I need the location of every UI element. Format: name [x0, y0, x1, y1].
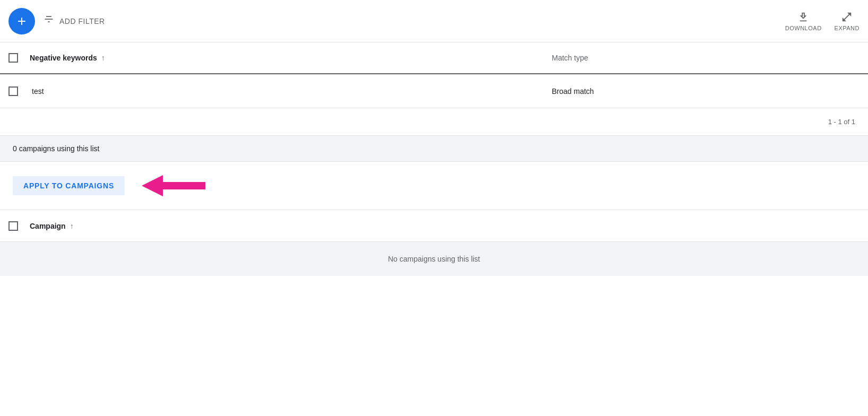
pink-arrow-icon — [142, 172, 205, 199]
expand-action[interactable]: EXPAND — [835, 11, 860, 31]
expand-label: EXPAND — [835, 25, 860, 31]
header-checkbox-cell[interactable] — [8, 53, 30, 63]
campaign-count-bar: 0 campaigns using this list — [0, 136, 868, 162]
keyword-column-header: Negative keywords ↑ — [30, 54, 541, 62]
download-action[interactable]: DOWNLOAD — [785, 11, 822, 31]
pagination-row: 1 - 1 of 1 — [0, 108, 868, 136]
arrow-container — [142, 172, 205, 199]
campaign-count-text: 0 campaigns using this list — [13, 144, 99, 153]
filter-icon — [44, 14, 54, 28]
keyword-col-label: Negative keywords — [30, 54, 97, 62]
add-button[interactable]: + — [8, 8, 35, 34]
toolbar-right: DOWNLOAD EXPAND — [785, 11, 860, 31]
apply-section: APPLY TO CAMPAIGNS — [0, 162, 868, 210]
keywords-table: Negative keywords ↑ Match type test Broa… — [0, 42, 868, 136]
download-icon — [797, 11, 809, 23]
campaign-header-checkbox-cell[interactable] — [8, 221, 30, 231]
expand-icon — [841, 11, 853, 23]
row-checkbox[interactable] — [8, 86, 18, 96]
keyword-cell: test — [30, 87, 541, 96]
select-all-checkbox[interactable] — [8, 53, 18, 63]
pagination-text: 1 - 1 of 1 — [828, 118, 855, 126]
match-type-cell: Broad match — [541, 87, 860, 96]
row-checkbox-cell[interactable] — [8, 86, 30, 96]
no-campaigns-text: No campaigns using this list — [388, 255, 480, 263]
campaign-select-all-checkbox[interactable] — [8, 221, 18, 231]
svg-marker-0 — [142, 175, 205, 196]
keyword-sort-arrow[interactable]: ↑ — [101, 54, 105, 62]
campaign-col-label: Campaign — [30, 222, 66, 230]
plus-icon: + — [18, 13, 26, 30]
match-type-column-header: Match type — [541, 54, 860, 62]
download-label: DOWNLOAD — [785, 25, 822, 31]
campaign-sort-arrow[interactable]: ↑ — [70, 222, 74, 230]
no-campaigns-row: No campaigns using this list — [0, 242, 868, 276]
campaign-table-header: Campaign ↑ — [0, 210, 868, 242]
table-header-row: Negative keywords ↑ Match type — [0, 42, 868, 74]
apply-to-campaigns-button[interactable]: APPLY TO CAMPAIGNS — [13, 176, 125, 195]
table-row: test Broad match — [0, 74, 868, 108]
toolbar: + ADD FILTER DOWNLOAD EXPAND — [0, 0, 868, 42]
campaign-column-header: Campaign ↑ — [30, 222, 860, 230]
add-filter-label: ADD FILTER — [59, 17, 105, 25]
